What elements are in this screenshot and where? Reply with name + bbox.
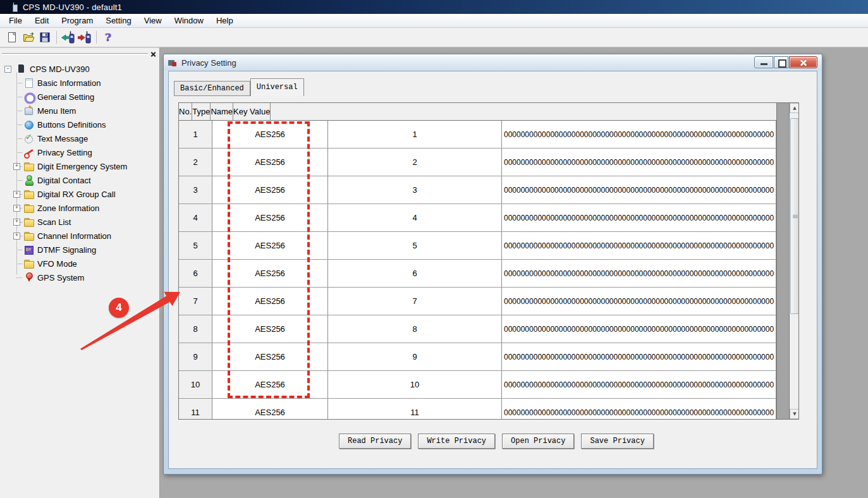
- tree-item[interactable]: + Scan List: [0, 215, 159, 229]
- menu-item[interactable]: File: [3, 15, 28, 27]
- menu-item[interactable]: View: [138, 15, 168, 27]
- cell-type[interactable]: AES256: [212, 371, 328, 398]
- scroll-down-icon[interactable]: ▼: [790, 409, 799, 419]
- tree-root[interactable]: - CPS MD-UV390: [0, 62, 159, 76]
- cell-name[interactable]: 1: [328, 121, 502, 148]
- cell-name[interactable]: 2: [328, 149, 502, 176]
- open-file-button[interactable]: [20, 30, 37, 45]
- restore-button[interactable]: [774, 56, 788, 68]
- cell-type[interactable]: AES256: [212, 176, 328, 203]
- table-row: 5 AES256 5 00000000000000000000000000000…: [179, 232, 776, 260]
- cell-name[interactable]: 8: [328, 315, 502, 343]
- table-row: 7 AES256 7 00000000000000000000000000000…: [179, 288, 776, 315]
- tree-item-icon: [23, 245, 34, 255]
- tree-item[interactable]: + Digit Emergency System: [0, 159, 159, 173]
- expand-icon[interactable]: +: [13, 205, 20, 212]
- panel-close-icon[interactable]: [149, 51, 157, 58]
- cell-type[interactable]: AES256: [212, 232, 328, 259]
- cell-key-value[interactable]: 0000000000000000000000000000000000000000…: [502, 204, 776, 231]
- expand-icon[interactable]: +: [13, 163, 20, 170]
- cell-type[interactable]: AES256: [212, 204, 328, 231]
- menu-item[interactable]: Edit: [28, 15, 55, 27]
- tab[interactable]: Basic/Enhanced: [174, 81, 250, 96]
- tree-item[interactable]: + Digital RX Group Call: [0, 187, 159, 201]
- tree-item-label: Scan List: [37, 217, 71, 227]
- privacy-action-button[interactable]: Read Privacy: [339, 434, 411, 449]
- new-file-icon: [5, 30, 19, 44]
- privacy-action-button[interactable]: Write Privacy: [418, 434, 495, 449]
- cell-key-value[interactable]: 0000000000000000000000000000000000000000…: [502, 343, 776, 370]
- cell-key-value[interactable]: 0000000000000000000000000000000000000000…: [502, 121, 776, 148]
- save-file-button[interactable]: [37, 30, 53, 45]
- cell-name[interactable]: 5: [328, 232, 502, 259]
- expand-icon[interactable]: +: [13, 191, 20, 198]
- cell-type[interactable]: AES256: [212, 149, 328, 176]
- privacy-action-button[interactable]: Save Privacy: [581, 434, 653, 449]
- tree-item[interactable]: Basic Information: [0, 76, 159, 90]
- tree-item[interactable]: + Zone Information: [0, 201, 159, 215]
- cell-name[interactable]: 10: [328, 371, 502, 398]
- tree-item[interactable]: Menu Item: [0, 104, 159, 118]
- close-button[interactable]: [789, 56, 817, 68]
- expand-icon[interactable]: +: [13, 233, 20, 240]
- cell-no: 8: [179, 315, 212, 343]
- cell-name[interactable]: 3: [328, 176, 502, 203]
- cell-key-value[interactable]: 0000000000000000000000000000000000000000…: [502, 371, 776, 398]
- cell-key-value[interactable]: 0000000000000000000000000000000000000000…: [502, 399, 776, 420]
- scrollbar-thumb[interactable]: [790, 118, 799, 314]
- scroll-up-icon[interactable]: ▲: [790, 103, 799, 113]
- vertical-scrollbar[interactable]: ▲ ▼: [789, 103, 799, 419]
- cell-key-value[interactable]: 0000000000000000000000000000000000000000…: [502, 288, 776, 315]
- cell-type[interactable]: AES256: [212, 288, 328, 315]
- menu-item[interactable]: Program: [55, 15, 99, 27]
- cell-key-value[interactable]: 0000000000000000000000000000000000000000…: [502, 260, 776, 287]
- menu-item[interactable]: Setting: [99, 15, 137, 27]
- cell-no: 7: [179, 288, 212, 315]
- cell-name[interactable]: 4: [328, 204, 502, 231]
- cell-type[interactable]: AES256: [212, 399, 328, 420]
- cell-name[interactable]: 6: [328, 260, 502, 287]
- tab[interactable]: Universal: [250, 78, 304, 96]
- cell-key-value[interactable]: 0000000000000000000000000000000000000000…: [502, 149, 776, 176]
- tree-item-label: Digit Emergency System: [37, 162, 127, 171]
- tree-item[interactable]: Text Message: [0, 131, 159, 145]
- cell-no: 2: [179, 149, 212, 176]
- minimize-button[interactable]: [754, 56, 773, 68]
- cell-type[interactable]: AES256: [212, 343, 328, 370]
- collapse-icon[interactable]: -: [4, 66, 11, 73]
- cell-type[interactable]: AES256: [212, 315, 328, 343]
- tree-item[interactable]: VFO Mode: [0, 257, 159, 270]
- help-button[interactable]: ?: [100, 30, 116, 45]
- read-from-radio-button[interactable]: [60, 30, 76, 45]
- tree-item[interactable]: GPS System: [0, 270, 159, 284]
- menu-item[interactable]: Window: [168, 15, 210, 27]
- app-titlebar[interactable]: CPS MD-UV390 - default1: [0, 0, 868, 14]
- cell-type[interactable]: AES256: [212, 121, 328, 148]
- menu-item[interactable]: Help: [210, 15, 240, 27]
- cell-key-value[interactable]: 0000000000000000000000000000000000000000…: [502, 315, 776, 343]
- cell-name[interactable]: 9: [328, 343, 502, 370]
- privacy-action-button[interactable]: Open Privacy: [502, 434, 574, 449]
- tree-item[interactable]: Privacy Setting: [0, 145, 159, 159]
- table-row: 10 AES256 10 000000000000000000000000000…: [179, 371, 776, 399]
- tree-item[interactable]: DTMF Signaling: [0, 243, 159, 257]
- table-row: 8 AES256 8 00000000000000000000000000000…: [179, 315, 776, 343]
- read-from-radio-icon: [61, 30, 76, 44]
- new-file-button[interactable]: [4, 30, 20, 45]
- expand-icon[interactable]: +: [13, 219, 20, 226]
- write-to-radio-button[interactable]: [76, 30, 93, 45]
- cell-name[interactable]: 11: [328, 399, 502, 420]
- cell-type[interactable]: AES256: [212, 260, 328, 287]
- panel-grip[interactable]: [2, 53, 148, 55]
- tree-item-icon: [23, 203, 34, 213]
- tree-item[interactable]: Buttons Definitions: [0, 118, 159, 131]
- tree-item[interactable]: Digital Contact: [0, 173, 159, 187]
- privacy-table: No. Type Name Key Value 1 AES256 1: [178, 102, 799, 420]
- table-row: 4 AES256 4 00000000000000000000000000000…: [179, 204, 776, 232]
- cell-key-value[interactable]: 0000000000000000000000000000000000000000…: [502, 232, 776, 259]
- cell-name[interactable]: 7: [328, 288, 502, 315]
- window-titlebar[interactable]: Privacy Setting: [164, 54, 822, 71]
- tree-item[interactable]: + Channel Information: [0, 229, 159, 243]
- cell-key-value[interactable]: 0000000000000000000000000000000000000000…: [502, 176, 776, 203]
- tree-item[interactable]: General Setting: [0, 90, 159, 104]
